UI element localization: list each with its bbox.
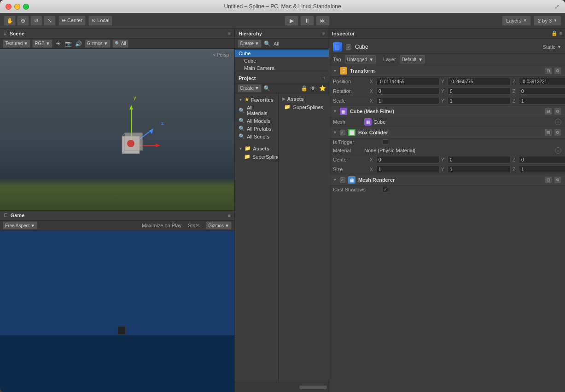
local-button[interactable]: ⊙ Local xyxy=(88,16,112,26)
play-button[interactable]: ▶ xyxy=(285,16,298,26)
scale-tool-button[interactable]: ⤡ xyxy=(44,16,56,26)
center-y-input[interactable] xyxy=(448,156,511,163)
scene-view[interactable]: < Persp xyxy=(0,49,234,210)
rotate-tool-button[interactable]: ↺ xyxy=(30,16,42,26)
pos-y-input[interactable] xyxy=(448,78,511,85)
mesh-filter-component-header[interactable]: ▼ ▦ Cube (Mesh Filter) ⊟ ⚙ xyxy=(329,106,565,117)
project-lock-icon[interactable]: 🔒 xyxy=(300,83,308,93)
size-values: X Y Z xyxy=(370,166,565,173)
inspector-panel: Inspector 🔒 ≡ ✓ Cube Static ▼ xyxy=(329,29,565,392)
game-menu-icon[interactable]: ≡ xyxy=(228,213,231,218)
scene-toolbar: Textured ▼ RGB ▼ ☀ 📷 🔊 Gizmos ▼ 🔍 All xyxy=(0,39,234,49)
box-collider-ref-btn[interactable]: ⊟ xyxy=(545,129,552,136)
minimize-button[interactable] xyxy=(14,4,20,10)
hierarchy-menu-icon[interactable]: ≡ xyxy=(322,31,325,36)
layer-dropdown[interactable]: Default ▼ xyxy=(400,55,425,63)
scale-y-input[interactable] xyxy=(448,97,511,104)
hierarchy-toolbar: Create ▼ 🔍 All xyxy=(235,39,329,49)
inspector-lock-icon[interactable]: 🔒 xyxy=(551,30,558,36)
supersplines-tree-item[interactable]: 📁 SuperSplines xyxy=(235,153,278,161)
all-scripts-item[interactable]: 🔍 All Scripts xyxy=(235,133,278,140)
scene-menu-icon[interactable]: ≡ xyxy=(228,31,231,36)
pos-x-input[interactable] xyxy=(376,78,439,85)
hierarchy-create-dropdown[interactable]: Create ▼ xyxy=(238,40,262,48)
assets-tree-label: Assets xyxy=(253,146,269,151)
center-button[interactable]: ⊕ Center xyxy=(58,16,86,26)
size-x-input[interactable] xyxy=(376,166,439,173)
center-z-label: Z xyxy=(513,157,518,162)
pos-y-label: Y xyxy=(441,79,447,84)
scale-x-input[interactable] xyxy=(376,97,439,104)
hand-tool-button[interactable]: ✋ xyxy=(4,16,16,26)
stats-label[interactable]: Stats xyxy=(188,223,199,228)
rot-y-input[interactable] xyxy=(448,87,511,95)
hierarchy-item-main-camera[interactable]: Main Camera xyxy=(235,64,329,72)
scale-z-input[interactable] xyxy=(519,97,565,104)
scale-x: X xyxy=(370,97,439,104)
center-y-label: Y xyxy=(441,157,447,162)
object-active-checkbox[interactable]: ✓ xyxy=(346,44,351,50)
mesh-filter-gear-btn[interactable]: ⚙ xyxy=(554,108,561,115)
project-menu-icon[interactable]: ≡ xyxy=(322,75,325,81)
collider-material-select-btn[interactable]: ○ xyxy=(555,147,561,154)
project-create-dropdown[interactable]: Create ▼ xyxy=(238,84,262,92)
box-collider-gear-btn[interactable]: ⚙ xyxy=(554,129,561,136)
box-collider-checkbox[interactable]: ✓ xyxy=(340,130,345,135)
mesh-renderer-checkbox[interactable]: ✓ xyxy=(340,177,345,183)
aspect-dropdown[interactable]: Free Aspect ▼ xyxy=(3,221,37,230)
view-mode-dropdown[interactable]: Textured ▼ xyxy=(3,40,30,48)
mesh-renderer-component-header[interactable]: ▼ ✓ ▣ Mesh Renderer ⊟ ⚙ xyxy=(329,174,565,186)
maximize-on-play-label[interactable]: Maximize on Play xyxy=(142,223,181,228)
game-view[interactable] xyxy=(0,231,234,392)
supersplines-asset-item[interactable]: 📁 SuperSplines xyxy=(280,103,327,111)
color-mode-dropdown[interactable]: RGB ▼ xyxy=(32,40,52,48)
inspector-settings-icon[interactable]: ≡ xyxy=(559,30,562,36)
supersplines-folder-icon: 📁 xyxy=(244,154,250,160)
pause-button[interactable]: ⏸ xyxy=(300,16,314,26)
all-materials-item[interactable]: 🔍 All Materials xyxy=(235,104,278,117)
transform-ref-btn[interactable]: ⊟ xyxy=(545,67,552,75)
hierarchy-item-cube[interactable]: Cube xyxy=(235,57,329,64)
project-eye-icon[interactable]: 👁 xyxy=(309,83,317,93)
center-x-input[interactable] xyxy=(376,156,439,163)
tag-dropdown[interactable]: Untagged ▼ xyxy=(345,55,376,63)
gizmos-dropdown[interactable]: Gizmos ▼ xyxy=(85,40,111,48)
static-dropdown-arrow[interactable]: ▼ xyxy=(557,45,561,49)
mesh-filter-ref-btn[interactable]: ⊟ xyxy=(545,108,552,115)
scale-z-label: Z xyxy=(513,98,518,104)
maximize-button[interactable] xyxy=(23,4,29,10)
mesh-renderer-ref-btn[interactable]: ⊟ xyxy=(545,176,552,184)
transform-gear-btn[interactable]: ⚙ xyxy=(554,67,561,75)
step-button[interactable]: ⏭ xyxy=(316,16,330,26)
transform-component-header[interactable]: ▼ J Transform ⊟ ⚙ xyxy=(329,65,565,77)
box-collider-component-header[interactable]: ▼ ✓ ⬜ Box Collider ⊟ ⚙ xyxy=(329,127,565,138)
hierarchy-item-cube-selected[interactable]: Cube xyxy=(235,50,329,57)
scale-z: Z xyxy=(513,97,565,104)
rot-z-input[interactable] xyxy=(519,87,565,95)
sun-icon[interactable]: ☀ xyxy=(54,39,63,49)
size-z-input[interactable] xyxy=(519,166,565,173)
game-gizmos-dropdown[interactable]: Gizmos ▼ xyxy=(206,221,232,230)
cast-shadows-checkbox[interactable]: ✓ xyxy=(383,187,388,192)
rot-x-input[interactable] xyxy=(376,87,439,95)
all-dropdown[interactable]: 🔍 All xyxy=(112,40,128,48)
is-trigger-checkbox[interactable] xyxy=(383,139,388,145)
camera-icon[interactable]: 📷 xyxy=(64,39,73,49)
all-prefabs-item[interactable]: 🔍 All Prefabs xyxy=(235,125,278,133)
pos-z-input[interactable] xyxy=(519,78,565,85)
size-y-input[interactable] xyxy=(448,166,511,173)
expand-icon[interactable]: ⤢ xyxy=(554,3,559,10)
all-models-item[interactable]: 🔍 All Models xyxy=(235,117,278,125)
close-button[interactable] xyxy=(6,4,12,10)
transform-btns: ⊟ ⚙ xyxy=(545,67,561,75)
audio-icon[interactable]: 🔊 xyxy=(75,39,83,49)
project-star-icon[interactable]: ⭐ xyxy=(319,83,326,93)
layers-dropdown[interactable]: Layers ▼ xyxy=(502,16,531,26)
move-tool-button[interactable]: ⊕ xyxy=(17,16,29,26)
mesh-select-btn[interactable]: ○ xyxy=(555,119,561,125)
center-z-input[interactable] xyxy=(519,156,565,163)
mesh-renderer-gear-btn[interactable]: ⚙ xyxy=(554,176,561,184)
project-scroll-thumb[interactable] xyxy=(299,386,327,389)
layout-dropdown[interactable]: 2 by 3 ▼ xyxy=(534,16,561,26)
scale-y: Y xyxy=(441,97,511,104)
